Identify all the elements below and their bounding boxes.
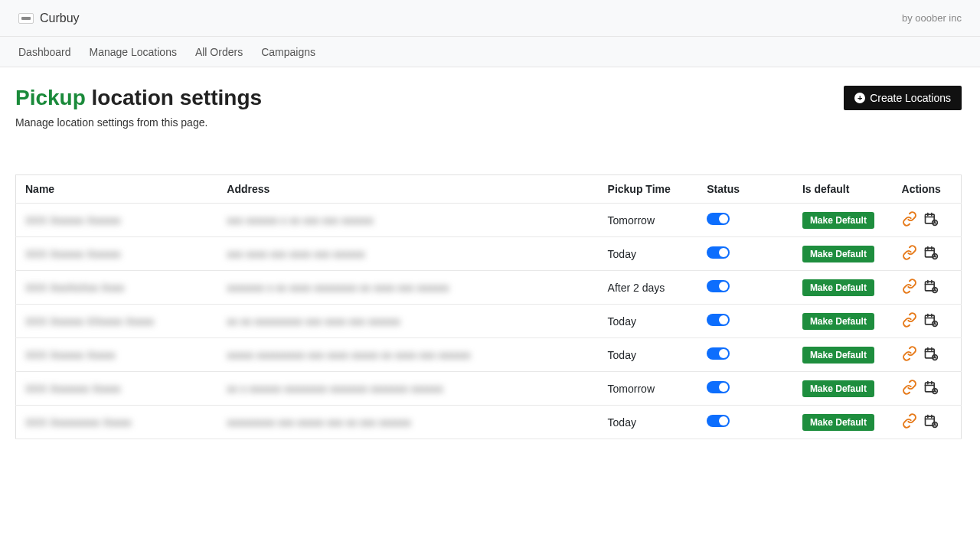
cell-address: xx xx xxxxxxxxx xxx xxxx xxx xxxxxx [227,315,400,328]
status-toggle[interactable] [707,213,730,225]
calendar-settings-icon[interactable] [923,380,939,397]
cell-pickup-time: Today [608,416,636,429]
status-toggle[interactable] [707,246,730,259]
link-icon[interactable] [902,346,917,364]
svg-line-27 [935,324,936,324]
status-toggle[interactable] [707,314,730,326]
page-content: Pickup location settings + Create Locati… [0,67,980,458]
status-toggle[interactable] [707,381,730,393]
svg-line-48 [935,425,936,425]
calendar-settings-icon[interactable] [923,312,939,330]
table-row: XXX XxxXxXxx Xxxx xxxxxxx x xx xxxx xxxx… [16,271,962,305]
th-pickup-time: Pickup Time [599,175,698,204]
calendar-settings-icon[interactable] [923,413,939,431]
link-icon[interactable] [902,211,917,229]
cell-address: xxx xxxx xxx xxxx xxx xxxxxx [227,248,364,260]
cell-name: XXX XxxXxXxx Xxxx [25,282,124,294]
top-bar: Curbuy by ooober inc [0,0,980,37]
make-default-button[interactable]: Make Default [802,279,874,296]
make-default-button[interactable]: Make Default [802,246,874,262]
cell-name: XXX Xxxxxx Xxxxx [25,349,115,361]
page-title-accent: Pickup [15,86,86,109]
cell-name: XXX Xxxxxx Xxxxxx [25,248,120,260]
cell-name: XXX Xxxxxxx Xxxxx [25,383,120,395]
cell-name: XXX Xxxxxx XXxxxx Xxxxx [25,315,154,328]
th-status: Status [697,175,793,204]
th-address: Address [217,175,598,204]
table-row: XXX Xxxxxx Xxxxxx xxx xxxxxx x xx xxx xx… [16,204,962,237]
cell-pickup-time: Tomorrow [608,383,655,395]
table-row: XXX Xxxxxxxxx Xxxxx xxxxxxxxx xxx xxxxx … [16,406,962,439]
svg-line-34 [935,357,936,358]
table-row: XXX Xxxxxx XXxxxx Xxxxx xx xx xxxxxxxxx … [16,305,962,338]
cell-address: xx x xxxxxx xxxxxxxx xxxxxxx xxxxxxx xxx… [227,383,443,395]
cell-address: xxxxxxxxx xxx xxxxx xxx xx xxx xxxxxx [227,416,410,429]
cell-address: xxx xxxxxx x xx xxx xxx xxxxxx [227,214,373,227]
plus-icon: + [854,93,865,103]
locations-table: Name Address Pickup Time Status Is defau… [15,174,962,439]
make-default-button[interactable]: Make Default [802,212,874,229]
page-title: Pickup location settings [15,86,262,110]
calendar-settings-icon[interactable] [923,245,939,262]
nav-dashboard[interactable]: Dashboard [18,46,71,58]
make-default-button[interactable]: Make Default [802,380,874,397]
calendar-settings-icon[interactable] [923,211,939,229]
row-actions [902,380,952,397]
link-icon[interactable] [902,312,917,330]
make-default-button[interactable]: Make Default [802,347,874,364]
row-actions [902,346,952,364]
page-title-rest: location settings [92,86,262,109]
nav-bar: Dashboard Manage Locations All Orders Ca… [0,37,980,67]
cell-pickup-time: Tomorrow [608,214,655,227]
brand-logo-icon [18,13,34,24]
svg-line-6 [935,223,936,223]
svg-line-20 [935,290,936,291]
status-toggle[interactable] [707,415,730,427]
row-actions [902,211,952,229]
cell-address: xxxxxxx x xx xxxx xxxxxxxx xx xxxx xxx x… [227,282,449,294]
nav-all-orders[interactable]: All Orders [195,46,243,58]
row-actions [902,413,952,431]
row-actions [902,312,952,330]
byline: by ooober inc [902,12,962,24]
table-row: XXX Xxxxxx Xxxxx xxxxx xxxxxxxxx xxx xxx… [16,338,962,372]
row-actions [902,245,952,262]
page-subtitle: Manage location settings from this page. [15,116,962,129]
cell-name: XXX Xxxxxxxxx Xxxxx [25,416,131,429]
table-row: XXX Xxxxxx Xxxxxx xxx xxxx xxx xxxx xxx … [16,237,962,271]
calendar-settings-icon[interactable] [923,346,939,364]
cell-pickup-time: After 2 days [608,282,665,294]
cell-pickup-time: Today [608,315,636,328]
brand[interactable]: Curbuy [18,11,80,25]
svg-line-13 [935,256,936,257]
th-is-default: Is default [793,175,893,204]
cell-pickup-time: Today [608,248,636,260]
nav-campaigns[interactable]: Campaigns [261,46,315,58]
svg-line-41 [935,391,936,392]
status-toggle[interactable] [707,280,730,292]
brand-name: Curbuy [40,11,80,25]
cell-pickup-time: Today [608,349,636,361]
cell-name: XXX Xxxxxx Xxxxxx [25,214,120,227]
row-actions [902,279,952,296]
table-row: XXX Xxxxxxx Xxxxx xx x xxxxxx xxxxxxxx x… [16,372,962,406]
nav-manage-locations[interactable]: Manage Locations [90,46,177,58]
make-default-button[interactable]: Make Default [802,414,874,431]
th-actions: Actions [893,175,962,204]
cell-address: xxxxx xxxxxxxxx xxx xxxx xxxxx xx xxxx x… [227,349,470,361]
link-icon[interactable] [902,245,917,262]
link-icon[interactable] [902,279,917,296]
status-toggle[interactable] [707,347,730,360]
table-header-row: Name Address Pickup Time Status Is defau… [16,175,962,204]
link-icon[interactable] [902,380,917,397]
page-header: Pickup location settings + Create Locati… [15,86,962,110]
make-default-button[interactable]: Make Default [802,313,874,330]
link-icon[interactable] [902,413,917,431]
calendar-settings-icon[interactable] [923,279,939,296]
create-locations-button[interactable]: + Create Locations [844,86,962,110]
th-name: Name [16,175,218,204]
create-button-label: Create Locations [870,92,951,104]
